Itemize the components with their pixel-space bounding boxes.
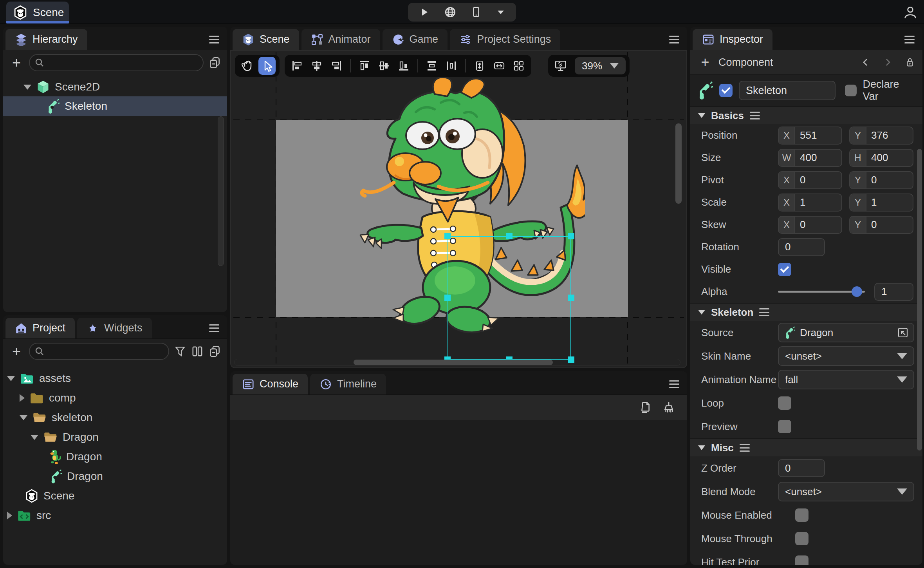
- distribute-horizontal-icon[interactable]: [443, 57, 460, 75]
- play-icon[interactable]: [418, 6, 430, 18]
- gizmo-handle-mr[interactable]: [568, 295, 574, 301]
- loop-checkbox[interactable]: [778, 396, 791, 410]
- tab-hierarchy[interactable]: Hierarchy: [5, 29, 87, 50]
- add-component-button[interactable]: +: [697, 54, 713, 70]
- panel-menu-icon[interactable]: [209, 324, 219, 332]
- duplicate-icon[interactable]: [208, 56, 222, 69]
- columns-icon[interactable]: [191, 345, 204, 358]
- add-asset-button[interactable]: +: [9, 344, 24, 359]
- pan-tool-icon[interactable]: [239, 57, 256, 75]
- lock-icon[interactable]: [904, 56, 915, 68]
- copy-logs-icon[interactable]: [639, 401, 651, 414]
- section-header-basics[interactable]: Basics: [690, 106, 922, 124]
- pick-asset-icon[interactable]: [897, 327, 909, 338]
- canvas-hscrollbar-thumb[interactable]: [354, 360, 553, 365]
- console-output[interactable]: [230, 420, 687, 565]
- position-y-field[interactable]: Y376: [849, 127, 913, 145]
- chevron-down-icon[interactable]: [496, 7, 506, 17]
- tab-inspector[interactable]: Inspector: [693, 29, 772, 50]
- panel-menu-icon[interactable]: [904, 36, 915, 43]
- mobile-preview-icon[interactable]: [471, 6, 482, 18]
- tab-scene[interactable]: Scene: [233, 29, 299, 50]
- position-x-field[interactable]: X551: [778, 127, 842, 145]
- account-icon[interactable]: [903, 5, 918, 20]
- scale-y-field[interactable]: Y1: [849, 194, 913, 212]
- section-menu-icon[interactable]: [759, 308, 769, 316]
- preview-checkbox[interactable]: [778, 420, 791, 433]
- tree-item-skeleton-folder[interactable]: skeleton: [3, 408, 227, 427]
- tree-item-scene-file[interactable]: Scene: [3, 486, 227, 506]
- tab-console[interactable]: Console: [233, 374, 308, 394]
- skew-y-field[interactable]: Y0: [849, 216, 913, 234]
- tab-timeline[interactable]: Timeline: [310, 374, 386, 394]
- tree-item-comp[interactable]: comp: [3, 388, 227, 408]
- zoom-dropdown[interactable]: 39%: [575, 57, 626, 74]
- align-bottom-icon[interactable]: [395, 57, 412, 75]
- align-right-icon[interactable]: [328, 57, 345, 75]
- visible-checkbox[interactable]: [778, 263, 791, 276]
- section-header-misc[interactable]: Misc: [690, 438, 922, 456]
- mouse-enabled-checkbox[interactable]: [795, 508, 808, 522]
- section-menu-icon[interactable]: [750, 112, 760, 119]
- gizmo-handle-ml[interactable]: [444, 295, 451, 301]
- distribute-vertical-icon[interactable]: [423, 57, 440, 75]
- tab-widgets[interactable]: Widgets: [77, 318, 152, 338]
- pivot-x-field[interactable]: X0: [778, 171, 842, 189]
- screen-adapt-icon[interactable]: [552, 57, 569, 75]
- select-tool-icon[interactable]: [258, 57, 276, 75]
- size-w-field[interactable]: W400: [778, 149, 842, 167]
- align-left-icon[interactable]: [289, 57, 306, 75]
- component-enabled-checkbox[interactable]: [719, 84, 733, 97]
- chevron-left-icon[interactable]: [861, 57, 871, 67]
- animation-name-dropdown[interactable]: fall: [778, 370, 914, 389]
- section-header-skeleton[interactable]: Skeleton: [690, 303, 922, 321]
- tab-project[interactable]: Project: [5, 318, 75, 338]
- tree-item-dragon-sprite[interactable]: Dragon: [3, 447, 227, 467]
- inspector-scrollbar[interactable]: [917, 149, 922, 450]
- canvas-vscrollbar-thumb[interactable]: [675, 123, 682, 204]
- web-preview-icon[interactable]: [444, 6, 457, 18]
- align-top-icon[interactable]: [356, 57, 373, 75]
- gizmo-handle-tm[interactable]: [506, 233, 513, 239]
- mouse-through-checkbox[interactable]: [795, 532, 808, 545]
- gizmo-handle-tr[interactable]: [568, 233, 574, 239]
- grid-layout-icon[interactable]: [510, 57, 527, 75]
- scale-x-field[interactable]: X1: [778, 194, 842, 212]
- tab-game[interactable]: Game: [383, 29, 448, 50]
- size-h-field[interactable]: H400: [849, 149, 913, 167]
- chevron-right-icon[interactable]: [882, 57, 893, 67]
- tree-item-dragon-folder[interactable]: Dragon: [3, 427, 227, 447]
- tree-item-assets[interactable]: assets: [3, 369, 227, 388]
- skin-name-dropdown[interactable]: <unset>: [778, 346, 914, 366]
- collapse-caret-icon[interactable]: [23, 85, 31, 90]
- clear-console-broom-icon[interactable]: [662, 401, 675, 414]
- filter-icon[interactable]: [174, 345, 186, 358]
- rotation-field[interactable]: 0: [778, 238, 825, 256]
- hit-test-checkbox[interactable]: [795, 555, 808, 565]
- pivot-y-field[interactable]: Y0: [849, 171, 913, 189]
- scene-canvas[interactable]: 39%: [230, 50, 687, 368]
- add-node-button[interactable]: +: [9, 55, 24, 71]
- fit-width-icon[interactable]: [491, 57, 508, 75]
- tree-item-scene2d[interactable]: Scene2D: [3, 78, 227, 96]
- tab-project-settings[interactable]: Project Settings: [450, 29, 560, 50]
- skew-x-field[interactable]: X0: [778, 216, 842, 234]
- alpha-slider-thumb[interactable]: [852, 286, 862, 297]
- hierarchy-search-input[interactable]: [29, 54, 204, 71]
- align-center-vertical-icon[interactable]: [308, 57, 325, 75]
- z-order-field[interactable]: 0: [778, 459, 825, 477]
- panel-menu-icon[interactable]: [669, 36, 679, 43]
- align-middle-icon[interactable]: [375, 57, 393, 75]
- duplicate-icon[interactable]: [208, 345, 222, 358]
- gizmo-handle-tl[interactable]: [444, 233, 451, 239]
- selection-bounds[interactable]: [448, 236, 571, 360]
- alpha-slider[interactable]: [778, 291, 865, 293]
- panel-menu-icon[interactable]: [669, 380, 679, 388]
- alpha-field[interactable]: 1: [874, 283, 913, 301]
- component-name-input[interactable]: Skeleton: [739, 81, 836, 100]
- project-search-input[interactable]: [29, 343, 169, 360]
- tab-animator[interactable]: Animator: [301, 29, 380, 50]
- section-menu-icon[interactable]: [740, 444, 750, 452]
- hierarchy-scrollbar[interactable]: [218, 116, 224, 266]
- tree-item-dragon-skeleton[interactable]: Dragon: [3, 467, 227, 486]
